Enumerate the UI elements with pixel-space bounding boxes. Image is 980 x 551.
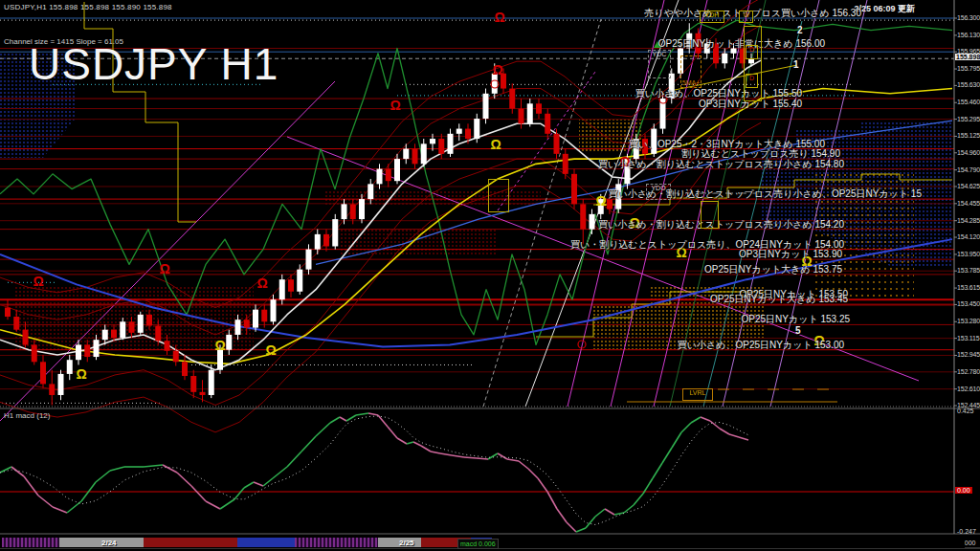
macd-scale-label: 0.425 — [957, 408, 974, 414]
price-tick: 153.950 — [957, 251, 980, 257]
marker-box-lvrl: LVRL — [682, 388, 713, 401]
svg-text:Ω: Ω — [76, 366, 86, 382]
trendline-number-1: 1 — [793, 59, 799, 70]
price-tick: 152.945 — [957, 351, 980, 358]
trade-annotation: 買い小さめ・割り込むとストップロス売り小さめ 154.20 — [598, 218, 844, 231]
price-tick: 154.285 — [957, 217, 980, 224]
highlight-rectangle — [701, 201, 719, 229]
price-tick: 153.280 — [957, 318, 980, 324]
trade-annotation: OP25日NYカット非常に大きめ 156.00 — [658, 37, 825, 51]
price-tick: 152.610 — [957, 386, 980, 392]
marker-box-w: W — [739, 11, 753, 23]
price-tick: 155.795 — [957, 65, 980, 72]
price-tick: 153.450 — [957, 300, 980, 307]
price-tick: 154.120 — [957, 233, 980, 240]
marker-box-ydc: YDC — [648, 50, 671, 78]
marker-box-ydh: YDH — [700, 11, 724, 23]
update-timestamp: 2/25 06:09 更新 — [854, 3, 915, 15]
price-tick: 154.960 — [957, 149, 980, 156]
price-tick: 153.785 — [957, 267, 980, 274]
svg-text:Ω: Ω — [159, 261, 169, 276]
svg-text:Ω: Ω — [265, 342, 276, 358]
macd-panel-label: H1 macd (12) — [4, 411, 50, 420]
ichimoku-clouds — [0, 53, 952, 352]
current-price-badge: 155.898 — [955, 54, 980, 60]
marker-box-ydo: YDO — [646, 184, 671, 200]
trade-annotation: 買い小さめ・割り込むとストップロス売り小さめ 154.80 — [598, 158, 844, 171]
symbol-watermark: USDJPY H1 — [29, 38, 278, 90]
date-label: 2/24 — [101, 539, 117, 547]
price-tick: 156.130 — [957, 32, 980, 38]
trade-annotation: 買い小さめ、OP25日NYカット 153.00 — [678, 339, 844, 352]
svg-text:Ω: Ω — [33, 274, 43, 289]
trading-chart-window: ΩΩΩΩΩΩΩΩΩΩΩΩΩΩΩΩ USDJPY,H1 155.898 155.8… — [0, 0, 980, 551]
trade-annotation: OP3日NYカット 153.90 — [739, 248, 842, 261]
session-segment — [2, 538, 59, 547]
price-tick: 152.780 — [957, 368, 980, 375]
svg-text:Ω: Ω — [490, 137, 501, 152]
price-tick: 154.790 — [957, 166, 980, 173]
price-tick: 155.295 — [957, 116, 980, 122]
price-tick: 155.125 — [957, 132, 980, 139]
indicator-status-label: macd 0.006 — [457, 539, 499, 549]
macd-indicator — [0, 413, 954, 532]
session-segment — [237, 538, 295, 547]
price-tick: 154.455 — [957, 200, 980, 207]
trendline-number-5: 5 — [795, 325, 801, 336]
price-tick: 155.630 — [957, 81, 980, 88]
trade-annotation: OP25日NYカット大きめ 153.75 — [704, 263, 842, 276]
session-segment — [144, 538, 237, 547]
svg-text:Ω: Ω — [390, 98, 400, 113]
date-label: 2/25 — [399, 539, 414, 547]
highlight-rectangle — [488, 179, 509, 212]
price-tick: 154.625 — [957, 183, 980, 189]
highlight-rectangle — [744, 26, 762, 101]
price-tick: 155.460 — [957, 99, 980, 105]
marker-box-5ma: 5MA+ — [680, 55, 702, 88]
svg-text:Ω: Ω — [492, 62, 502, 77]
session-segment — [295, 538, 378, 547]
symbol-info: USDJPY,H1 155.898 155.898 155.890 155.89… — [4, 3, 172, 11]
macd-scale-label: -0.247 — [957, 528, 976, 535]
price-tick: 153.115 — [957, 335, 980, 342]
macd-zero-badge: 0.00 — [955, 487, 972, 494]
price-tick: 153.615 — [957, 284, 980, 291]
price-tick: 156.300 — [957, 14, 980, 21]
trendline-number-2: 2 — [797, 25, 803, 35]
svg-text:Ω: Ω — [256, 276, 267, 291]
svg-text:Ω: Ω — [214, 338, 225, 353]
trade-annotation: OP25日NYカット大きめ 153.45 — [710, 293, 848, 306]
svg-text:Ω: Ω — [595, 193, 606, 209]
svg-text:Ω: Ω — [494, 10, 504, 25]
